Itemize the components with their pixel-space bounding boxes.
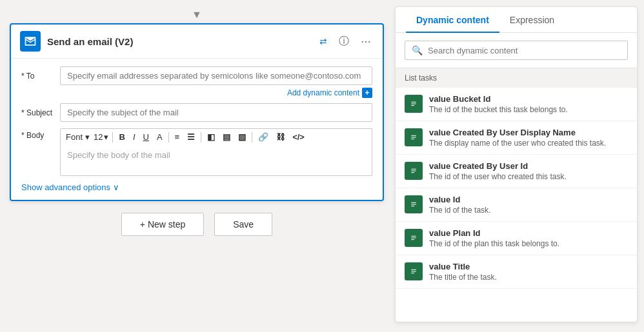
- list-item-desc: The id of the plan this task belongs to.: [429, 239, 628, 248]
- list-item-icon: [405, 162, 423, 180]
- body-toolbar: Font ▾ 12 ▾ B I U A ≡: [60, 128, 372, 145]
- tabs-row: Dynamic content Expression: [396, 7, 637, 33]
- subject-input[interactable]: [60, 103, 372, 122]
- link-button[interactable]: 🔗: [256, 132, 270, 142]
- swap-button[interactable]: ⇄: [317, 35, 330, 48]
- list-item-icon: [405, 229, 423, 247]
- show-advanced-label: Show advanced options: [21, 182, 110, 192]
- toolbar-separator-2: [168, 132, 169, 142]
- highlight-button[interactable]: A: [155, 132, 165, 142]
- info-button[interactable]: ⓘ: [336, 34, 352, 50]
- search-input[interactable]: [428, 46, 621, 55]
- card-title: Send an email (V2): [47, 36, 317, 47]
- show-advanced-button[interactable]: Show advanced options ∨: [21, 182, 119, 192]
- list-item[interactable]: value Created By User Display Name The d…: [396, 121, 637, 155]
- align-center-button[interactable]: ▤: [221, 132, 232, 142]
- body-row: * Body Font ▾ 12 ▾ B I: [21, 128, 372, 176]
- body-label: * Body: [21, 128, 60, 140]
- list-item-title: value Id: [429, 195, 628, 204]
- search-icon: 🔍: [412, 45, 423, 55]
- font-size-value: 12: [94, 132, 103, 142]
- email-card: Send an email (V2) ⇄ ⓘ ⋯ * To Add dynami…: [10, 23, 384, 201]
- list-item-icon: [405, 262, 423, 280]
- list-item[interactable]: value Created By User Id The id of the u…: [396, 155, 637, 188]
- connector-arrow: ▼: [192, 9, 202, 21]
- italic-button[interactable]: I: [131, 132, 137, 142]
- search-row: 🔍: [396, 33, 637, 68]
- list-item-desc: The id of the user who created this task…: [429, 172, 628, 181]
- list-item-title: value Bucket Id: [429, 94, 628, 104]
- font-size-chevron-icon: ▾: [104, 132, 108, 142]
- list-item-content: value Created By User Id The id of the u…: [429, 161, 628, 181]
- underline-button[interactable]: U: [141, 132, 151, 142]
- left-panel: ▼ Send an email (V2) ⇄ ⓘ ⋯ * To: [6, 6, 387, 236]
- add-dynamic-label: Add dynamic content: [287, 88, 359, 97]
- tab-dynamic-content[interactable]: Dynamic content: [406, 7, 499, 33]
- card-header-actions: ⇄ ⓘ ⋯: [317, 34, 374, 50]
- to-input[interactable]: [60, 66, 372, 85]
- font-label: Font: [66, 132, 83, 142]
- list-item[interactable]: value Plan Id The id of the plan this ta…: [396, 222, 637, 255]
- toolbar-separator-1: [112, 132, 113, 142]
- toolbar-separator-3: [201, 132, 201, 142]
- list-item-title: value Created By User Display Name: [429, 128, 628, 137]
- list-item-content: value Created By User Display Name The d…: [429, 128, 628, 148]
- list-item-title: value Created By User Id: [429, 161, 628, 171]
- list-item-content: value Id The id of the task.: [429, 195, 628, 215]
- list-item[interactable]: value Title The title of the task.: [396, 255, 637, 289]
- new-step-button[interactable]: + New step: [121, 213, 204, 236]
- list-item[interactable]: value Id The id of the task.: [396, 188, 637, 222]
- plus-icon: +: [362, 88, 372, 98]
- right-panel: Dynamic content Expression 🔍 List tasks …: [395, 6, 638, 322]
- toolbar-separator-4: [252, 132, 252, 142]
- list-item-icon: [405, 128, 423, 146]
- to-row: * To: [21, 66, 372, 85]
- section-header: List tasks: [396, 68, 637, 88]
- list-item-desc: The id of the task.: [429, 206, 628, 215]
- align-left-button[interactable]: ◧: [205, 132, 217, 142]
- tab-expression[interactable]: Expression: [499, 7, 565, 33]
- font-size-selector[interactable]: 12 ▾: [94, 132, 108, 142]
- search-box: 🔍: [405, 41, 628, 60]
- body-input[interactable]: Specify the body of the mail: [60, 145, 372, 176]
- subject-row: * Subject: [21, 103, 372, 122]
- bullet-list-button[interactable]: ≡: [173, 132, 182, 142]
- list-item[interactable]: value Bucket Id The id of the bucket thi…: [396, 88, 637, 121]
- list-item-icon: [405, 95, 423, 113]
- list-item-content: value Bucket Id The id of the bucket thi…: [429, 94, 628, 114]
- list-item-content: value Plan Id The id of the plan this ta…: [429, 228, 628, 248]
- items-list: value Bucket Id The id of the bucket thi…: [396, 88, 637, 322]
- align-right-button[interactable]: ▧: [236, 132, 248, 142]
- numbered-list-button[interactable]: ☰: [185, 132, 197, 142]
- list-item-icon: [405, 195, 423, 213]
- list-item-desc: The id of the bucket this task belongs t…: [429, 105, 628, 114]
- body-editor: Font ▾ 12 ▾ B I U A ≡: [60, 128, 372, 176]
- card-body: * To Add dynamic content + * Subject * B…: [11, 59, 383, 200]
- outlook-icon: [20, 31, 41, 52]
- list-item-desc: The display name of the user who created…: [429, 139, 628, 148]
- list-item-title: value Plan Id: [429, 228, 628, 238]
- font-chevron-icon: ▾: [85, 132, 90, 142]
- card-header: Send an email (V2) ⇄ ⓘ ⋯: [11, 24, 383, 59]
- more-options-button[interactable]: ⋯: [358, 34, 374, 49]
- bold-button[interactable]: B: [117, 132, 126, 142]
- add-dynamic-row: Add dynamic content +: [21, 88, 372, 98]
- action-row: + New step Save: [121, 213, 272, 236]
- to-label: * To: [21, 72, 60, 81]
- list-item-desc: The title of the task.: [429, 273, 628, 282]
- add-dynamic-button[interactable]: Add dynamic content +: [287, 88, 372, 98]
- save-button[interactable]: Save: [214, 213, 272, 236]
- subject-label: * Subject: [21, 108, 60, 117]
- list-item-title: value Title: [429, 262, 628, 271]
- font-selector[interactable]: Font ▾: [66, 132, 90, 142]
- code-button[interactable]: </>: [290, 132, 307, 142]
- list-item-content: value Title The title of the task.: [429, 262, 628, 282]
- unlink-button[interactable]: ⛓: [274, 132, 287, 142]
- chevron-down-icon: ∨: [113, 182, 119, 192]
